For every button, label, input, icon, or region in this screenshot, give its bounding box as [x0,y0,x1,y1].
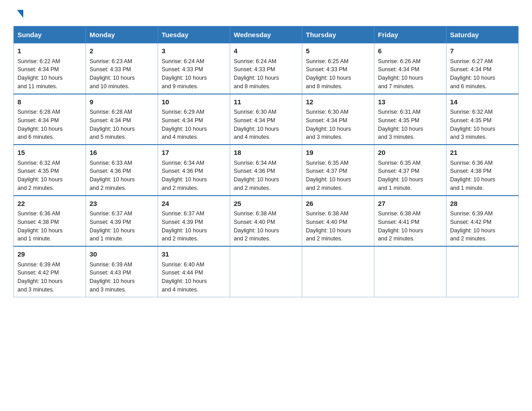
day-number: 2 [90,46,154,56]
day-number: 12 [306,97,370,107]
logo [13,9,25,19]
day-number: 22 [17,199,82,209]
calendar-cell: 15Sunrise: 6:32 AMSunset: 4:35 PMDayligh… [14,145,86,196]
calendar-cell: 31Sunrise: 6:40 AMSunset: 4:44 PMDayligh… [158,246,230,297]
calendar-cell: 20Sunrise: 6:35 AMSunset: 4:37 PMDayligh… [374,145,446,196]
calendar-cell: 30Sunrise: 6:39 AMSunset: 4:43 PMDayligh… [86,246,158,297]
day-number: 9 [90,97,154,107]
calendar-cell: 23Sunrise: 6:37 AMSunset: 4:39 PMDayligh… [86,196,158,247]
day-number: 23 [90,199,154,209]
calendar-cell: 7Sunrise: 6:27 AMSunset: 4:34 PMDaylight… [446,43,519,94]
calendar-cell: 1Sunrise: 6:22 AMSunset: 4:34 PMDaylight… [14,43,86,94]
calendar-cell: 6Sunrise: 6:26 AMSunset: 4:34 PMDaylight… [374,43,446,94]
day-header-friday: Friday [374,26,446,43]
calendar-cell: 16Sunrise: 6:33 AMSunset: 4:36 PMDayligh… [86,145,158,196]
calendar-cell: 13Sunrise: 6:31 AMSunset: 4:35 PMDayligh… [374,94,446,145]
calendar-header: SundayMondayTuesdayWednesdayThursdayFrid… [14,26,519,43]
day-number: 8 [17,97,82,107]
day-header-monday: Monday [86,26,158,43]
day-header-saturday: Saturday [446,26,519,43]
calendar-cell: 17Sunrise: 6:34 AMSunset: 4:36 PMDayligh… [158,145,230,196]
day-number: 16 [90,148,154,158]
day-number: 14 [450,97,515,107]
logo-icon [13,9,25,19]
day-number: 15 [17,148,82,158]
calendar-cell: 24Sunrise: 6:37 AMSunset: 4:39 PMDayligh… [158,196,230,247]
calendar-cell: 18Sunrise: 6:34 AMSunset: 4:36 PMDayligh… [230,145,302,196]
calendar-cell: 12Sunrise: 6:30 AMSunset: 4:34 PMDayligh… [302,94,374,145]
calendar-cell: 19Sunrise: 6:35 AMSunset: 4:37 PMDayligh… [302,145,374,196]
day-number: 24 [162,199,226,209]
day-number: 4 [234,46,298,56]
days-of-week-row: SundayMondayTuesdayWednesdayThursdayFrid… [14,26,519,43]
day-number: 25 [234,199,298,209]
calendar-cell: 3Sunrise: 6:24 AMSunset: 4:33 PMDaylight… [158,43,230,94]
calendar-cell: 8Sunrise: 6:28 AMSunset: 4:34 PMDaylight… [14,94,86,145]
day-number: 28 [450,199,515,209]
day-number: 6 [378,46,442,56]
day-number: 5 [306,46,370,56]
day-number: 7 [450,46,515,56]
day-number: 26 [306,199,370,209]
calendar-cell: 10Sunrise: 6:29 AMSunset: 4:34 PMDayligh… [158,94,230,145]
calendar-cell: 21Sunrise: 6:36 AMSunset: 4:38 PMDayligh… [446,145,519,196]
calendar-cell: 26Sunrise: 6:38 AMSunset: 4:40 PMDayligh… [302,196,374,247]
day-number: 31 [162,249,226,260]
day-number: 3 [162,46,226,56]
day-number: 29 [17,249,82,260]
day-number: 13 [378,97,442,107]
calendar-cell: 11Sunrise: 6:30 AMSunset: 4:34 PMDayligh… [230,94,302,145]
calendar-week-2: 8Sunrise: 6:28 AMSunset: 4:34 PMDaylight… [14,94,519,145]
day-number: 1 [17,46,82,56]
day-header-tuesday: Tuesday [158,26,230,43]
calendar-week-1: 1Sunrise: 6:22 AMSunset: 4:34 PMDaylight… [14,43,519,94]
calendar-cell [446,246,519,297]
calendar-cell: 28Sunrise: 6:39 AMSunset: 4:42 PMDayligh… [446,196,519,247]
calendar-body: 1Sunrise: 6:22 AMSunset: 4:34 PMDaylight… [14,43,519,297]
calendar-cell: 27Sunrise: 6:38 AMSunset: 4:41 PMDayligh… [374,196,446,247]
calendar-week-4: 22Sunrise: 6:36 AMSunset: 4:38 PMDayligh… [14,196,519,247]
svg-marker-0 [17,10,23,18]
calendar-table: SundayMondayTuesdayWednesdayThursdayFrid… [13,26,519,297]
calendar-cell: 25Sunrise: 6:38 AMSunset: 4:40 PMDayligh… [230,196,302,247]
day-number: 19 [306,148,370,158]
day-header-wednesday: Wednesday [230,26,302,43]
calendar-cell [374,246,446,297]
calendar-cell: 4Sunrise: 6:24 AMSunset: 4:33 PMDaylight… [230,43,302,94]
calendar-cell: 5Sunrise: 6:25 AMSunset: 4:33 PMDaylight… [302,43,374,94]
logo-triangle-icon [15,9,25,19]
day-number: 27 [378,199,442,209]
calendar-week-5: 29Sunrise: 6:39 AMSunset: 4:42 PMDayligh… [14,246,519,297]
calendar-cell: 22Sunrise: 6:36 AMSunset: 4:38 PMDayligh… [14,196,86,247]
calendar-cell [230,246,302,297]
calendar-cell: 29Sunrise: 6:39 AMSunset: 4:42 PMDayligh… [14,246,86,297]
day-header-thursday: Thursday [302,26,374,43]
calendar-week-3: 15Sunrise: 6:32 AMSunset: 4:35 PMDayligh… [14,145,519,196]
day-number: 21 [450,148,515,158]
day-number: 10 [162,97,226,107]
calendar-cell: 2Sunrise: 6:23 AMSunset: 4:33 PMDaylight… [86,43,158,94]
calendar-cell [302,246,374,297]
calendar-cell: 9Sunrise: 6:28 AMSunset: 4:34 PMDaylight… [86,94,158,145]
day-number: 17 [162,148,226,158]
day-number: 20 [378,148,442,158]
day-number: 30 [90,249,154,260]
calendar-cell: 14Sunrise: 6:32 AMSunset: 4:35 PMDayligh… [446,94,519,145]
page-header [13,9,519,19]
day-header-sunday: Sunday [14,26,86,43]
day-number: 11 [234,97,298,107]
day-number: 18 [234,148,298,158]
